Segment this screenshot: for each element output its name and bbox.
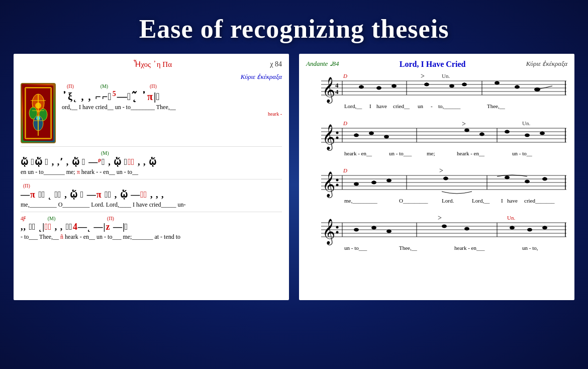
svg-text:D: D (343, 73, 347, 79)
byz-heark-label: heark - (62, 111, 282, 117)
byz-lyric-line3: me,_________ O_________ Lord. Lord,____ … (21, 201, 282, 209)
svg-text:Lord.: Lord. (442, 198, 454, 204)
byz-markers-row2: (Μ) (21, 150, 282, 156)
svg-text:un  -  to___: un - to___ (344, 245, 367, 251)
byz-notation-line2: ᾥ ᷊ᾥ ᷊ , ,ʼ , ᾥ ᷊ —ρ᷊ , ᾥ ᷊ᾤ᷊ , , ᾥ (21, 156, 157, 167)
byz-notation-block-1: (Π) (Μ) (Π) ᾿ξ˛ , , ⌐⌐᷊5—᷊˛᷉ ᾿π|᷊ ord,__… (62, 83, 282, 143)
svg-text:me;: me; (427, 150, 435, 156)
svg-point-124 (336, 226, 339, 229)
svg-point-78 (525, 134, 530, 137)
svg-point-125 (336, 231, 339, 234)
svg-text:𝄞: 𝄞 (322, 219, 335, 245)
svg-text:Un.: Un. (507, 215, 515, 221)
svg-point-92 (336, 179, 339, 181)
svg-point-99 (354, 182, 359, 186)
left-header-right: χ 84 (270, 60, 282, 68)
byz-notation-block-3: (Π) —π ᾤ᷊ ˛ ᾥ᷊ , ᾥ ᷊ —π ᾤ᷊ , ᾥ —ᾥ᷊ , , ,… (21, 182, 282, 209)
left-header: Ἦχος ᾿η Πα χ 84 (21, 60, 282, 69)
byz-markers-row1: (Π) (Μ) (Π) (62, 83, 282, 89)
svg-text:cried_______: cried_______ (524, 198, 555, 204)
byz-notation-line3: —π ᾤ᷊ ˛ ᾥ᷊ , ᾥ ᷊ —π ᾤ᷊ , ᾥ —ᾥ᷊ , , , (21, 189, 164, 200)
svg-point-108 (525, 180, 530, 183)
svg-point-6 (33, 116, 43, 131)
svg-text:𝄞: 𝄞 (322, 77, 335, 104)
svg-point-71 (384, 135, 389, 139)
svg-point-136 (442, 225, 447, 228)
staff-system-4: 𝄞 Un. > un - (306, 214, 567, 254)
byz-first-row: (Π) (Μ) (Π) ᾿ξ˛ , , ⌐⌐᷊5—᷊˛᷉ ᾿π|᷊ ord,__… (21, 83, 282, 143)
svg-text:-: - (431, 103, 433, 109)
byz-lyric-line2: en un - to_______ me; π heark - - en__ u… (21, 168, 282, 176)
svg-point-2 (32, 94, 44, 112)
svg-point-93 (336, 184, 339, 187)
svg-text:𝄞: 𝄞 (322, 124, 335, 151)
page-title: Ease of recognizing theseis (0, 0, 588, 54)
staff-svg-4: 𝄞 Un. > un - (306, 214, 567, 254)
byz-lyric-line1: ord,__ I have cried__ un - to________ Th… (62, 104, 282, 111)
svg-text:heark - en__: heark - en__ (457, 150, 484, 156)
left-header-center: Ἦχος ᾿η Πα (36, 60, 270, 69)
svg-point-3 (29, 107, 37, 119)
svg-text:>: > (421, 72, 425, 80)
byz-notation-line1: ᾿ξ˛ , , ⌐⌐᷊5—᷊˛᷉ ᾿π|᷊ (62, 90, 161, 103)
staff-svg-1: 𝄞 4 4 D Un. > (306, 72, 567, 112)
svg-text:have: have (376, 103, 387, 109)
right-header: Andante ♩84 Lord, I Have Cried Κύριε ἐκέ… (306, 60, 567, 69)
svg-text:D: D (343, 120, 347, 126)
staff-svg-2: 𝄞 D Un. > (306, 119, 567, 159)
svg-point-107 (505, 176, 510, 179)
svg-text:heark - en__: heark - en__ (344, 150, 372, 156)
svg-text:>: > (438, 214, 442, 222)
svg-text:Un.: Un. (442, 73, 450, 79)
svg-text:cried__: cried__ (393, 103, 410, 109)
left-kyrie-text: Κύριε ἐκέκραξα (21, 73, 282, 81)
byz-lyric-line4: - to___ Thee,__ ñ heark - en__ un - to__… (21, 233, 282, 241)
svg-text:I: I (501, 198, 503, 204)
svg-rect-0 (23, 85, 53, 141)
staff-svg-3: 𝄞 D > (306, 166, 567, 207)
piece-title: Lord, I Have Cried (339, 60, 526, 69)
staff-system-1: 𝄞 4 4 D Un. > (306, 72, 567, 112)
svg-point-4 (39, 109, 47, 121)
svg-rect-1 (25, 87, 51, 139)
svg-text:me,_________: me,_________ (344, 198, 377, 204)
svg-text:to,______: to,______ (438, 103, 461, 109)
svg-text:>: > (439, 167, 443, 174)
svg-point-73 (464, 129, 469, 132)
svg-point-131 (354, 228, 359, 232)
svg-point-7 (36, 116, 40, 120)
svg-text:Thee,__: Thee,__ (487, 103, 505, 109)
right-score-panel: Andante ♩84 Lord, I Have Cried Κύριε ἐκέ… (299, 54, 574, 300)
svg-point-60 (336, 137, 339, 139)
svg-text:un  -  to,: un - to, (522, 245, 538, 251)
staff-system-2: 𝄞 D Un. > (306, 119, 567, 159)
right-kyrie-label: Κύριε ἐκέκραξα (526, 60, 567, 68)
svg-text:un - to__: un - to__ (512, 150, 532, 156)
svg-text:𝄞: 𝄞 (322, 171, 335, 198)
byz-markers-row3: (Π) (21, 182, 282, 189)
svg-point-35 (449, 84, 454, 88)
staff-system-3: 𝄞 D > (306, 166, 567, 207)
svg-point-137 (464, 227, 469, 231)
svg-point-59 (336, 132, 339, 134)
content-area: Ἦχος ᾿η Πα χ 84 Κύριε ἐκέκραξα (0, 54, 588, 300)
svg-point-140 (527, 228, 532, 232)
svg-text:D: D (343, 167, 347, 173)
byz-notation-block-2: (Μ) ᾥ ᷊ᾥ ᷊ , ,ʼ , ᾥ ᷊ —ρ᷊ , ᾥ ᷊ᾤ᷊ , , ᾥ … (21, 150, 282, 176)
left-score-panel: Ἦχος ᾿η Πα χ 84 Κύριε ἐκέκραξα (14, 54, 289, 300)
svg-text:un: un (418, 103, 424, 109)
svg-point-5 (35, 103, 41, 109)
svg-text:Thee,__: Thee,__ (399, 245, 417, 251)
svg-text:Lord,__: Lord,__ (472, 198, 490, 204)
svg-text:Un.: Un. (522, 120, 530, 126)
svg-text:un - to___: un - to___ (389, 150, 412, 156)
byz-markers-row4: 4Ƒ (Μ) (Π) (21, 215, 282, 221)
andante-label: Andante ♩84 (306, 60, 339, 68)
svg-point-134 (386, 230, 391, 233)
svg-line-44 (537, 86, 552, 89)
svg-text:heark  -  en___: heark - en___ (454, 245, 485, 251)
svg-text:O_________: O_________ (399, 198, 428, 204)
illuminated-letter (21, 83, 56, 143)
svg-text:I: I (369, 103, 371, 109)
byz-notation-block-4: 4Ƒ (Μ) (Π) ,, ᾤ᷊ ˛|ᾥ᷊ , , ᾥ᷊4—˛ —|z —|᷊ … (21, 215, 282, 241)
